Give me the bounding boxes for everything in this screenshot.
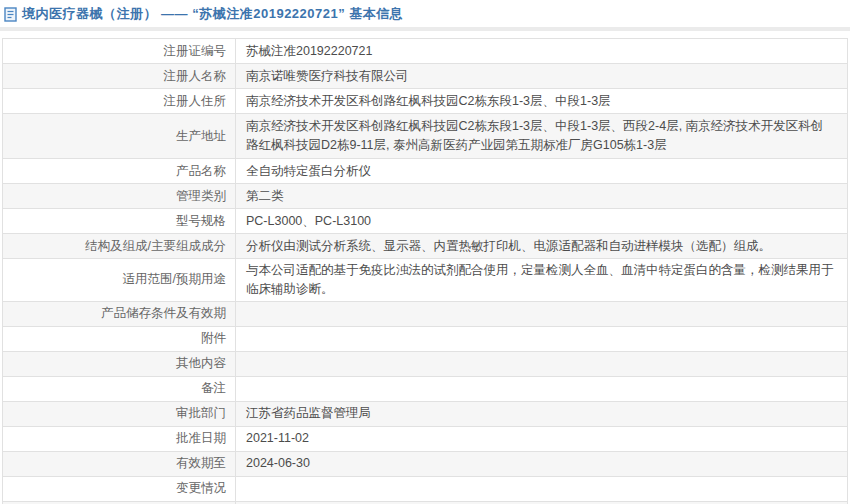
row-label: 审批部门 <box>3 401 236 426</box>
row-value: 全自动特定蛋白分析仪 <box>236 159 848 184</box>
row-value: 2021-11-02 <box>236 426 848 451</box>
row-value <box>236 476 848 501</box>
row-value: 苏械注准20192220721 <box>236 39 848 64</box>
table-row: 适用范围/预期用途与本公司适配的基于免疫比浊法的试剂配合使用，定量检测人全血、血… <box>3 259 848 302</box>
row-label: 注册人名称 <box>3 64 236 89</box>
row-label: 其他内容 <box>3 351 236 376</box>
row-label: 附件 <box>3 326 236 351</box>
row-label: 适用范围/预期用途 <box>3 259 236 302</box>
table-row: 批准日期2021-11-02 <box>3 426 848 451</box>
info-table-body: 注册证编号苏械注准20192220721注册人名称南京诺唯赞医疗科技有限公司注册… <box>3 39 848 504</box>
row-value <box>236 301 848 326</box>
table-row: 备注 <box>3 376 848 401</box>
row-label: 注册人住所 <box>3 89 236 114</box>
table-row: 产品名称全自动特定蛋白分析仪 <box>3 159 848 184</box>
table-row: 管理类别第二类 <box>3 184 848 209</box>
row-value: PC-L3000、PC-L3100 <box>236 209 848 234</box>
row-label: 备注 <box>3 376 236 401</box>
row-label: 型号规格 <box>3 209 236 234</box>
table-row: 审批部门江苏省药品监督管理局 <box>3 401 848 426</box>
table-row: 注册人住所南京经济技术开发区科创路红枫科技园C2栋东段1-3层、中段1-3层 <box>3 89 848 114</box>
table-row: 附件 <box>3 326 848 351</box>
row-label: 生产地址 <box>3 114 236 159</box>
row-label: 产品储存条件及有效期 <box>3 301 236 326</box>
row-label: 变更情况 <box>3 476 236 501</box>
row-label: 注册证编号 <box>3 39 236 64</box>
row-label: 批准日期 <box>3 426 236 451</box>
row-value <box>236 326 848 351</box>
table-row: 型号规格PC-L3000、PC-L3100 <box>3 209 848 234</box>
registration-info-table: 注册证编号苏械注准20192220721注册人名称南京诺唯赞医疗科技有限公司注册… <box>2 38 848 504</box>
table-row: 结构及组成/主要组成成分分析仪由测试分析系统、显示器、内置热敏打印机、电源适配器… <box>3 234 848 259</box>
row-label: 结构及组成/主要组成成分 <box>3 234 236 259</box>
row-value <box>236 351 848 376</box>
row-value <box>236 376 848 401</box>
row-value: 江苏省药品监督管理局 <box>236 401 848 426</box>
page-title: 境内医疗器械（注册） —— “苏械注准20192220721” 基本信息 <box>22 5 403 23</box>
row-value: 南京经济技术开发区科创路红枫科技园C2栋东段1-3层、中段1-3层、西段2-4层… <box>236 114 848 159</box>
row-value: 第二类 <box>236 184 848 209</box>
document-icon <box>4 7 17 22</box>
table-row: 变更情况 <box>3 476 848 501</box>
table-row: 注册人名称南京诺唯赞医疗科技有限公司 <box>3 64 848 89</box>
row-value: 南京经济技术开发区科创路红枫科技园C2栋东段1-3层、中段1-3层 <box>236 89 848 114</box>
row-value: 分析仪由测试分析系统、显示器、内置热敏打印机、电源适配器和自动进样模块（选配）组… <box>236 234 848 259</box>
row-label: 产品名称 <box>3 159 236 184</box>
row-value: 南京诺唯赞医疗科技有限公司 <box>236 64 848 89</box>
table-row: 产品储存条件及有效期 <box>3 301 848 326</box>
table-row: 其他内容 <box>3 351 848 376</box>
table-row: 生产地址南京经济技术开发区科创路红枫科技园C2栋东段1-3层、中段1-3层、西段… <box>3 114 848 159</box>
table-row: 有效期至2024-06-30 <box>3 451 848 476</box>
row-value: 与本公司适配的基于免疫比浊法的试剂配合使用，定量检测人全血、血清中特定蛋白的含量… <box>236 259 848 302</box>
table-row: 注册证编号苏械注准20192220721 <box>3 39 848 64</box>
row-label: 有效期至 <box>3 451 236 476</box>
row-value: 2024-06-30 <box>236 451 848 476</box>
page-header: 境内医疗器械（注册） —— “苏械注准20192220721” 基本信息 <box>0 0 850 31</box>
row-label: 管理类别 <box>3 184 236 209</box>
registration-info-page: 境内医疗器械（注册） —— “苏械注准20192220721” 基本信息 注册证… <box>0 0 850 504</box>
